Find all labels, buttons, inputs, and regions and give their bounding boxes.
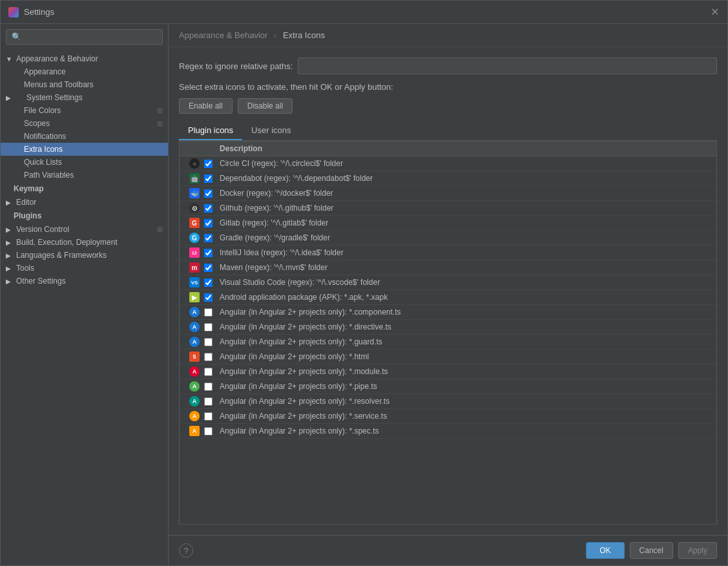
enable-all-button[interactable]: Enable all: [179, 98, 233, 114]
row-check[interactable]: [204, 412, 220, 421]
row-check[interactable]: [204, 189, 220, 198]
row-checkbox[interactable]: [204, 412, 213, 421]
table-row: 🤖 Dependabot (regex): '^/\.dependabot$' …: [180, 171, 716, 186]
sidebar-item-scopes[interactable]: Scopes ⊞: [1, 117, 168, 130]
sidebar-item-system-settings[interactable]: ▶ System Settings: [1, 91, 168, 104]
row-checkbox[interactable]: [204, 353, 213, 361]
row-check[interactable]: [204, 323, 220, 331]
sidebar-item-appearance[interactable]: Appearance: [1, 65, 168, 78]
row-check[interactable]: [204, 353, 220, 361]
sidebar-item-notifications[interactable]: Notifications: [1, 130, 168, 143]
sidebar-item-extra-icons[interactable]: Extra Icons: [1, 143, 168, 156]
row-checkbox[interactable]: [204, 293, 213, 302]
apply-button[interactable]: Apply: [678, 542, 717, 559]
row-icon: VS: [185, 277, 204, 288]
table-row: IJ IntelliJ Idea (regex): '^/\.idea$' fo…: [180, 246, 716, 260]
row-check[interactable]: [204, 249, 220, 257]
regex-input[interactable]: [298, 58, 717, 74]
row-icon: ⊙: [185, 203, 204, 213]
sidebar-item-appearance-behavior[interactable]: ▼ Appearance & Behavior: [1, 52, 168, 65]
row-description: Dependabot (regex): '^/\.dependabot$' fo…: [220, 174, 711, 183]
ok-button[interactable]: OK: [586, 542, 624, 559]
close-button[interactable]: ✕: [709, 7, 720, 17]
row-checkbox[interactable]: [204, 219, 213, 227]
angular-icon: A: [189, 396, 200, 406]
row-checkbox[interactable]: [204, 160, 213, 168]
row-check[interactable]: [204, 308, 220, 317]
row-check[interactable]: [204, 427, 220, 435]
sidebar-item-file-colors[interactable]: File Colors ⊞: [1, 104, 168, 117]
row-checkbox[interactable]: [204, 427, 213, 435]
help-button[interactable]: ?: [179, 543, 193, 558]
sidebar-item-languages-frameworks[interactable]: ▶ Languages & Frameworks: [1, 249, 168, 262]
disable-all-button[interactable]: Disable all: [238, 98, 293, 114]
row-icon: 5: [185, 351, 204, 362]
row-description: Visual Studio Code (regex): '^/\.vscode$…: [220, 278, 711, 287]
row-checkbox[interactable]: [204, 249, 213, 257]
expand-arrow: ▶: [6, 199, 14, 206]
row-check[interactable]: [204, 383, 220, 391]
row-checkbox[interactable]: [204, 383, 213, 391]
sidebar-item-tools[interactable]: ▶ Tools: [1, 262, 168, 275]
sidebar-item-label: Path Variables: [24, 171, 74, 180]
row-check[interactable]: [204, 219, 220, 227]
sidebar-item-other-settings[interactable]: ▶ Other Settings: [1, 275, 168, 288]
sidebar-item-plugins[interactable]: Plugins: [1, 209, 168, 223]
row-icon: A: [185, 366, 204, 377]
intellij-icon: IJ: [189, 247, 200, 258]
sidebar-item-label: Menus and Toolbars: [24, 80, 94, 89]
breadcrumb-current: Extra Icons: [283, 30, 325, 40]
row-description: Circle CI (regex): '^/\.circleci$' folde…: [220, 159, 711, 168]
row-check[interactable]: [204, 204, 220, 213]
angular-icon: A: [189, 337, 200, 347]
sidebar-item-editor[interactable]: ▶ Editor: [1, 196, 168, 209]
row-check[interactable]: [204, 264, 220, 272]
tab-plugin-icons[interactable]: Plugin icons: [179, 121, 242, 140]
row-checkbox[interactable]: [204, 204, 213, 213]
row-check[interactable]: [204, 234, 220, 242]
row-description: Angular (in Angular 2+ projects only): *…: [220, 426, 711, 435]
row-check[interactable]: [204, 397, 220, 406]
sidebar-item-quick-lists[interactable]: Quick Lists: [1, 156, 168, 169]
row-check[interactable]: [204, 293, 220, 302]
sidebar-item-menus-toolbars[interactable]: Menus and Toolbars: [1, 78, 168, 91]
expand-arrow: ▶: [6, 265, 14, 272]
sidebar-item-label: Other Settings: [16, 277, 66, 286]
search-input[interactable]: [12, 32, 157, 41]
row-icon: A: [185, 322, 204, 332]
circleci-icon: ○: [189, 158, 200, 169]
row-checkbox[interactable]: [204, 264, 213, 272]
tab-user-icons[interactable]: User icons: [242, 121, 300, 140]
android-icon: ▶: [189, 292, 200, 302]
footer-left: ?: [179, 543, 193, 558]
sidebar-item-label: Notifications: [24, 132, 66, 141]
sidebar-item-build-execution[interactable]: ▶ Build, Execution, Deployment: [1, 236, 168, 249]
sidebar-item-label: Scopes: [24, 119, 50, 128]
row-checkbox[interactable]: [204, 234, 213, 242]
row-checkbox[interactable]: [204, 189, 213, 198]
row-check[interactable]: [204, 338, 220, 346]
row-description: Gitlab (regex): '^/\.gitlab$' folder: [220, 218, 711, 227]
search-box[interactable]: [6, 29, 163, 45]
table-row: ⊙ Github (regex): '^/\.github$' folder: [180, 201, 716, 216]
expand-arrow: ▶: [6, 252, 14, 259]
row-checkbox[interactable]: [204, 323, 213, 331]
table-row: A Angular (in Angular 2+ projects only):…: [180, 335, 716, 350]
sidebar-item-path-variables[interactable]: Path Variables: [1, 169, 168, 182]
cancel-button[interactable]: Cancel: [630, 542, 673, 559]
row-check[interactable]: [204, 160, 220, 168]
row-checkbox[interactable]: [204, 338, 213, 346]
row-checkbox[interactable]: [204, 397, 213, 406]
row-checkbox[interactable]: [204, 368, 213, 376]
table-row: 🐳 Docker (regex): '^/docker$' folder: [180, 186, 716, 201]
row-checkbox[interactable]: [204, 174, 213, 183]
row-check[interactable]: [204, 278, 220, 287]
sidebar-item-version-control[interactable]: ▶ Version Control ⊞: [1, 223, 168, 236]
sidebar-item-keymap[interactable]: Keymap: [1, 182, 168, 196]
copy-icon: ⊞: [157, 107, 163, 115]
row-check[interactable]: [204, 174, 220, 183]
row-icon: A: [185, 426, 204, 436]
row-checkbox[interactable]: [204, 278, 213, 287]
row-check[interactable]: [204, 368, 220, 376]
row-checkbox[interactable]: [204, 308, 213, 317]
